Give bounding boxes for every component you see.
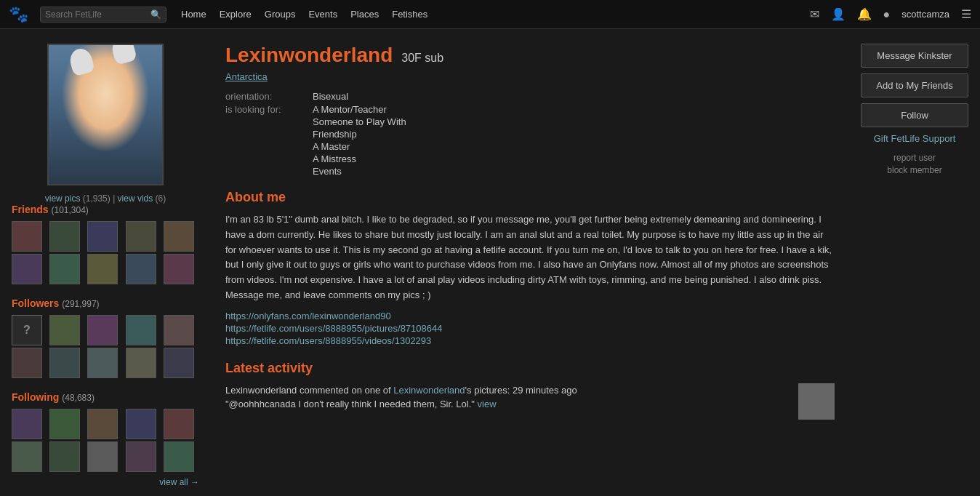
nav-links: Home Explore Groups Events Places Fetish… [181, 9, 427, 20]
friend-avatar-6[interactable] [12, 254, 42, 284]
about-links: https://onlyfans.com/lexinwonderland90 h… [225, 311, 835, 346]
follower-avatar-5[interactable] [164, 315, 194, 345]
left-sidebar: view pics (1,935) | view vids (6) Friend… [0, 44, 211, 496]
nav-right: ✉ 👤 🔔 ● scottcamza ☰ [810, 7, 971, 21]
looking-for-6: Events [313, 166, 406, 177]
looking-for-5: A Mistress [313, 153, 406, 164]
nav-fetishes[interactable]: Fetishes [392, 9, 427, 20]
mail-icon[interactable]: ✉ [810, 7, 819, 21]
friend-avatar-8[interactable] [87, 254, 118, 284]
profile-location: Antarctica [225, 71, 835, 82]
onlyfans-link[interactable]: https://onlyfans.com/lexinwonderland90 [225, 311, 835, 321]
vids-count: (6) [156, 193, 166, 204]
activity-section: Latest activity Lexinwonderland commente… [225, 361, 835, 420]
fetlife-videos-link[interactable]: https://fetlife.com/users/8888955/videos… [225, 335, 835, 346]
orientation-label: orientation: [225, 91, 313, 102]
profile-header: Lexinwonderland 30F sub [225, 44, 835, 67]
activity-thumbnail[interactable] [798, 383, 835, 420]
looking-for-4: A Master [313, 141, 406, 152]
follower-avatar-6[interactable] [12, 348, 42, 378]
looking-for-row: is looking for: A Mentor/Teacher Someone… [225, 104, 835, 178]
following-avatar-4[interactable] [126, 409, 156, 439]
following-avatar-9[interactable] [126, 441, 156, 472]
notification-dot: ● [883, 8, 891, 21]
follower-avatar-9[interactable] [126, 348, 156, 378]
fetlife-pics-link[interactable]: https://fetlife.com/users/8888955/pictur… [225, 323, 835, 334]
activity-view-link[interactable]: view [478, 399, 497, 409]
message-button[interactable]: Message Kinkster [861, 44, 968, 68]
nav-places[interactable]: Places [350, 9, 379, 20]
following-avatar-6[interactable] [12, 441, 42, 472]
view-all-link[interactable]: view all → [159, 477, 199, 487]
top-navigation: 🐾 🔍 Home Explore Groups Events Places Fe… [0, 0, 980, 29]
view-all-following: view all → [12, 476, 199, 487]
follower-avatar-3[interactable] [87, 315, 118, 345]
profile-name: Lexinwonderland [225, 44, 393, 67]
page-body: view pics (1,935) | view vids (6) Friend… [0, 29, 980, 496]
activity-user-link[interactable]: Lexinwonderland [393, 385, 465, 396]
follower-avatar-10[interactable] [164, 348, 194, 378]
friends-title: Friends (101,304) [12, 204, 199, 215]
friend-avatar-1[interactable] [12, 221, 42, 252]
user-icon[interactable]: 👤 [831, 7, 846, 21]
following-avatar-1[interactable] [12, 409, 42, 439]
friend-avatar-4[interactable] [126, 221, 156, 252]
following-title: Following (48,683) [12, 391, 199, 403]
search-input[interactable] [45, 9, 147, 20]
profile-pic-container [12, 44, 199, 188]
activity-title: Latest activity [225, 361, 835, 376]
follower-avatar-8[interactable] [87, 348, 118, 378]
followers-grid: ? [12, 315, 199, 378]
following-avatar-10[interactable] [164, 441, 194, 472]
activity-description: Lexinwonderland commented on one of Lexi… [225, 383, 791, 398]
view-vids-link[interactable]: view vids [118, 193, 153, 204]
looking-for-2: Someone to Play With [313, 116, 406, 127]
profile-image [49, 45, 162, 184]
add-friend-button[interactable]: Add to My Friends [861, 73, 968, 97]
current-username[interactable]: scottcamza [901, 9, 949, 20]
right-sidebar: Message Kinkster Add to My Friends Follo… [849, 44, 980, 496]
profile-info: orientation: Bisexual is looking for: A … [225, 91, 835, 178]
main-content: Lexinwonderland 30F sub Antarctica orien… [211, 44, 849, 496]
friend-avatar-2[interactable] [49, 221, 80, 252]
view-pics-link[interactable]: view pics [45, 193, 81, 204]
nav-events[interactable]: Events [308, 9, 337, 20]
friend-avatar-9[interactable] [126, 254, 156, 284]
block-member-link[interactable]: block member [861, 165, 968, 175]
profile-meta: 30F sub [401, 52, 443, 65]
follower-avatar-7[interactable] [49, 348, 80, 378]
hamburger-menu-icon[interactable]: ☰ [961, 7, 971, 21]
activity-quote: "@oohhhcanada I don't really think I nee… [225, 397, 791, 412]
location-link[interactable]: Antarctica [225, 71, 268, 82]
profile-picture[interactable] [47, 44, 164, 185]
friends-section: Friends (101,304) [12, 204, 199, 284]
following-avatar-5[interactable] [164, 409, 194, 439]
following-avatar-7[interactable] [49, 441, 80, 472]
friend-avatar-7[interactable] [49, 254, 80, 284]
gift-link[interactable]: Gift FetLife Support [861, 133, 968, 144]
nav-groups[interactable]: Groups [265, 9, 296, 20]
looking-for-3: Friendship [313, 129, 406, 140]
following-avatar-8[interactable] [87, 441, 118, 472]
nav-home[interactable]: Home [181, 9, 206, 20]
friend-avatar-5[interactable] [164, 221, 194, 252]
follower-avatar-4[interactable] [126, 315, 156, 345]
nav-explore[interactable]: Explore [220, 9, 252, 20]
activity-item-1: Lexinwonderland commented on one of Lexi… [225, 383, 835, 420]
fetlife-logo[interactable]: 🐾 [9, 5, 28, 24]
report-user-link[interactable]: report user [861, 153, 968, 163]
about-text: I'm an 83 lb 5'1" dumb anal bitch. I lik… [225, 212, 835, 303]
following-avatar-3[interactable] [87, 409, 118, 439]
following-avatar-2[interactable] [49, 409, 80, 439]
follower-avatar-1[interactable]: ? [12, 315, 42, 345]
looking-for-1: A Mentor/Teacher [313, 104, 406, 115]
following-section: Following (48,683) view all → [12, 391, 199, 487]
activity-content: Lexinwonderland commented on one of Lexi… [225, 383, 791, 420]
bell-icon[interactable]: 🔔 [857, 7, 872, 21]
orientation-value: Bisexual [313, 91, 348, 102]
report-links: report user block member [861, 153, 968, 175]
friend-avatar-10[interactable] [164, 254, 194, 284]
friend-avatar-3[interactable] [87, 221, 118, 252]
follow-button[interactable]: Follow [861, 103, 968, 127]
follower-avatar-2[interactable] [49, 315, 80, 345]
